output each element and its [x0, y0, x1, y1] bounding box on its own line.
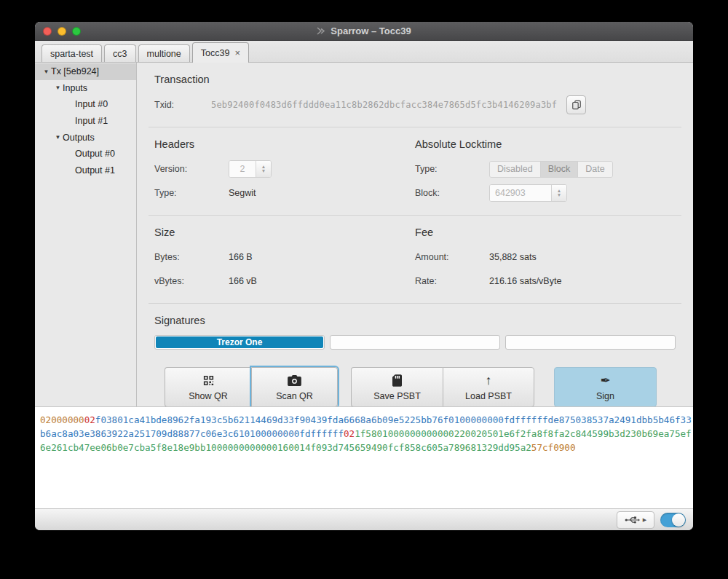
signature-slot-2	[330, 335, 500, 350]
locktime-block-label: Block:	[415, 188, 489, 198]
locktime-option-block[interactable]: Block	[541, 162, 579, 177]
desktop-background: Sparrow – Tocc39 sparta-test cc3 multion…	[0, 0, 728, 579]
usb-device-button[interactable]: ▶	[617, 511, 654, 529]
fee-rate-value: 216.16 sats/vByte	[489, 276, 561, 286]
tree-item-output-1[interactable]: Output #1	[35, 162, 136, 179]
fee-amount-value: 35,882 sats	[489, 252, 537, 262]
section-divider	[149, 303, 681, 304]
tx-type-value: Segwit	[229, 188, 256, 198]
locktime-block-spinner[interactable]: 642903 ▲▼	[489, 184, 567, 202]
tree-item-output-0[interactable]: Output #0	[35, 146, 136, 162]
tab-sparta-test[interactable]: sparta-test	[41, 44, 102, 62]
size-heading: Size	[154, 227, 415, 238]
signature-slot-3	[505, 335, 676, 350]
disclosure-triangle-icon[interactable]: ▼	[53, 84, 63, 91]
copy-txid-button[interactable]	[566, 95, 586, 114]
scan-qr-button[interactable]: Scan QR	[251, 367, 338, 406]
title-bar[interactable]: Sparrow – Tocc39	[35, 22, 693, 41]
bytes-label: Bytes:	[154, 252, 229, 262]
locktime-type-segmented: Disabled Block Date	[489, 161, 613, 178]
transaction-heading: Transaction	[154, 74, 676, 85]
bytes-value: 166 B	[229, 252, 253, 262]
window-title-text: Sparrow – Tocc39	[331, 25, 411, 36]
window-title: Sparrow – Tocc39	[317, 25, 411, 36]
signatures-heading: Signatures	[154, 315, 676, 326]
hex-output-count-segment: 02	[344, 428, 355, 439]
close-window-button[interactable]	[43, 27, 52, 36]
toggle-knob[interactable]	[672, 513, 685, 527]
tree-item-outputs[interactable]: ▼ Outputs	[35, 129, 136, 146]
pen-icon: ✒	[600, 373, 610, 387]
sign-button[interactable]: ✒ Sign	[554, 367, 657, 406]
qr-code-icon	[202, 373, 215, 387]
hex-locktime-segment: 57cf0900	[531, 442, 576, 453]
vbytes-value: 166 vB	[229, 276, 257, 286]
network-toggle-switch[interactable]	[660, 513, 686, 527]
wallet-tab-bar: sparta-test cc3 multione Tocc39 ×	[35, 41, 693, 63]
sparrow-logo-icon	[317, 27, 326, 35]
tab-cc3[interactable]: cc3	[104, 44, 135, 62]
txid-value: 5eb92400f0483d6ffddd0ea11c8b2862dbcfacc3…	[211, 100, 557, 110]
traffic-lights	[43, 27, 81, 36]
fee-amount-label: Amount:	[415, 252, 489, 262]
up-arrow-icon: ↑	[486, 373, 492, 387]
minimize-window-button[interactable]	[58, 27, 66, 36]
tree-item-tx[interactable]: ▼ Tx [5eb924]	[35, 63, 136, 80]
hex-version-segment: 02000000	[40, 414, 84, 425]
tree-item-input-1[interactable]: Input #1	[35, 113, 136, 130]
locktime-block-value: 642903	[490, 185, 551, 201]
raw-transaction-hex: 0200000002f03801ca41bde8962fa193c5b62114…	[40, 413, 693, 454]
tab-tocc39[interactable]: Tocc39 ×	[192, 42, 249, 63]
save-psbt-button[interactable]: Save PSBT	[351, 367, 443, 406]
copy-icon	[571, 100, 582, 110]
signature-slot-1-fill: Trezor One	[156, 336, 323, 348]
camera-icon	[288, 373, 301, 387]
load-psbt-button[interactable]: ↑ Load PSBT	[443, 367, 534, 406]
headers-heading: Headers	[154, 138, 415, 150]
version-spinner[interactable]: 2 ▲▼	[229, 160, 272, 178]
tx-type-label: Type:	[154, 188, 229, 198]
transaction-pane: Transaction Txid: 5eb92400f0483d6ffddd0e…	[137, 63, 693, 406]
version-value: 2	[229, 161, 256, 177]
tree-item-inputs[interactable]: ▼ Inputs	[35, 80, 136, 97]
vbytes-label: vBytes:	[154, 276, 229, 286]
sparrow-window: Sparrow – Tocc39 sparta-test cc3 multion…	[35, 22, 693, 530]
disclosure-triangle-icon[interactable]: ▼	[41, 68, 51, 75]
usb-icon	[625, 516, 640, 524]
locktime-type-label: Type:	[415, 164, 489, 174]
version-label: Version:	[154, 164, 229, 174]
status-bar: ▶	[35, 508, 693, 530]
locktime-option-disabled[interactable]: Disabled	[490, 162, 541, 177]
tree-item-input-0[interactable]: Input #0	[35, 96, 136, 113]
transaction-tree-sidebar: ▼ Tx [5eb924] ▼ Inputs Input #0 Input #1…	[35, 63, 137, 406]
tab-multione[interactable]: multione	[138, 44, 190, 62]
txid-label: Txid:	[154, 100, 211, 110]
tab-close-icon[interactable]: ×	[234, 50, 240, 57]
raw-transaction-hex-area: 0200000002f03801ca41bde8962fa193c5b62114…	[35, 406, 693, 508]
show-qr-button[interactable]: Show QR	[165, 367, 251, 406]
caret-right-icon: ▶	[643, 517, 646, 523]
zoom-window-button[interactable]	[72, 27, 81, 36]
psbt-button-group: Save PSBT ↑ Load PSBT	[351, 367, 534, 406]
disclosure-triangle-icon[interactable]: ▼	[53, 134, 63, 141]
qr-button-group: Show QR Scan QR	[165, 367, 338, 406]
spinner-arrows-icon[interactable]: ▲▼	[551, 185, 566, 201]
locktime-heading: Absolute Locktime	[415, 138, 676, 150]
signature-slot-1: Trezor One	[154, 335, 325, 350]
fee-heading: Fee	[415, 227, 676, 238]
locktime-option-date[interactable]: Date	[578, 162, 612, 177]
hex-input-count-segment: 02	[84, 414, 95, 425]
spinner-arrows-icon[interactable]: ▲▼	[256, 161, 271, 177]
sd-card-icon	[392, 373, 402, 387]
fee-rate-label: Rate:	[415, 276, 489, 286]
